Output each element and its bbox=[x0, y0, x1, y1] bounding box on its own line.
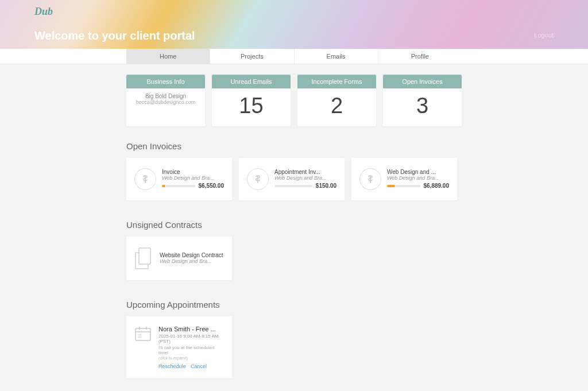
invoice-title: Appointment Inv... bbox=[274, 169, 336, 175]
stat-open-invoices[interactable]: Open Invoices 3 bbox=[383, 75, 462, 126]
stats-row: Business Info Big Bold Design becca@dubd… bbox=[126, 75, 462, 126]
invoice-progress bbox=[162, 185, 195, 187]
contract-project: Web Design and Bra... bbox=[160, 258, 224, 264]
stat-value: 2 bbox=[300, 93, 374, 119]
stat-unread-emails[interactable]: Unread Emails 15 bbox=[212, 75, 291, 126]
stat-header: Incomplete Forms bbox=[297, 75, 376, 88]
invoice-card[interactable]: Web Design and ... Web Design and Bra...… bbox=[351, 158, 457, 200]
reschedule-link[interactable]: Reschedule bbox=[158, 363, 186, 369]
stat-value: 15 bbox=[214, 93, 288, 119]
hero-banner: Dub Welcome to your client portal Logout bbox=[0, 0, 588, 49]
document-icon bbox=[134, 247, 154, 270]
invoice-amount: $150.00 bbox=[316, 183, 336, 189]
svg-rect-0 bbox=[139, 248, 150, 264]
section-title-unsigned-contracts: Unsigned Contracts bbox=[126, 220, 462, 230]
cancel-link[interactable]: Cancel bbox=[191, 363, 207, 369]
invoice-project: Web Design and Bra... bbox=[274, 175, 336, 181]
stat-business-info[interactable]: Business Info Big Bold Design becca@dubd… bbox=[126, 75, 205, 126]
appointment-card[interactable]: Nora Smith - Free ... 2025-01-16 9:00 AM… bbox=[126, 316, 232, 378]
invoice-card[interactable]: Invoice Web Design and Bra... $6,550.00 bbox=[126, 158, 232, 200]
stat-header: Open Invoices bbox=[383, 75, 462, 88]
dollar-icon bbox=[247, 168, 269, 190]
invoice-progress bbox=[387, 185, 420, 187]
invoice-project: Web Design and Bra... bbox=[162, 175, 224, 181]
dollar-icon bbox=[134, 168, 156, 190]
page-title: Welcome to your client portal bbox=[34, 29, 554, 42]
invoice-title: Invoice bbox=[162, 169, 224, 175]
brand-logo: Dub bbox=[34, 6, 554, 18]
dollar-icon bbox=[359, 168, 381, 190]
appointment-time: 2025-01-16 9:00 AM-9:15 AM (PST) bbox=[158, 334, 224, 344]
invoice-project: Web Design and Bra... bbox=[387, 175, 449, 181]
invoice-progress bbox=[274, 185, 312, 187]
stat-header: Unread Emails bbox=[212, 75, 291, 88]
business-email: becca@dubdesignco.com bbox=[129, 99, 203, 105]
main-tabs: Home Projects Emails Profile bbox=[0, 49, 588, 64]
appointment-note: I'll call you at the scheduled time! bbox=[158, 345, 224, 355]
invoice-card[interactable]: Appointment Inv... Web Design and Bra...… bbox=[239, 158, 345, 200]
stat-incomplete-forms[interactable]: Incomplete Forms 2 bbox=[297, 75, 376, 126]
business-name: Big Bold Design bbox=[129, 93, 203, 99]
unsigned-contracts-list: Website Design Contract Web Design and B… bbox=[126, 237, 462, 280]
contract-card[interactable]: Website Design Contract Web Design and B… bbox=[126, 237, 232, 280]
stat-value: 3 bbox=[385, 93, 459, 119]
calendar-icon bbox=[134, 326, 152, 342]
section-title-open-invoices: Open Invoices bbox=[126, 141, 462, 151]
section-title-upcoming-appointments: Upcoming Appointments bbox=[126, 300, 462, 309]
appointments-list: Nora Smith - Free ... 2025-01-16 9:00 AM… bbox=[126, 316, 462, 378]
open-invoices-list: Invoice Web Design and Bra... $6,550.00 … bbox=[126, 158, 462, 200]
tab-home[interactable]: Home bbox=[126, 49, 210, 64]
tab-emails[interactable]: Emails bbox=[295, 49, 378, 64]
contract-title: Website Design Contract bbox=[160, 252, 224, 258]
tab-profile[interactable]: Profile bbox=[378, 49, 462, 64]
tab-projects[interactable]: Projects bbox=[210, 49, 294, 64]
appointment-hint: (click to expand) bbox=[158, 356, 224, 360]
logout-link[interactable]: Logout bbox=[534, 32, 554, 38]
invoice-amount: $6,889.00 bbox=[424, 183, 450, 189]
invoice-amount: $6,550.00 bbox=[199, 183, 225, 189]
invoice-title: Web Design and ... bbox=[387, 169, 449, 175]
stat-header: Business Info bbox=[126, 75, 205, 88]
svg-rect-1 bbox=[136, 328, 150, 340]
appointment-title: Nora Smith - Free ... bbox=[158, 326, 224, 332]
